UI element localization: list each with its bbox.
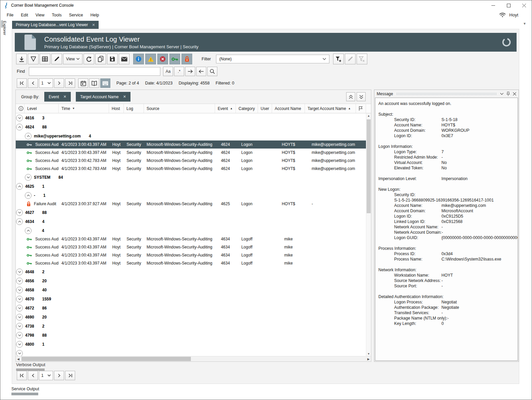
expand-group-icon[interactable] (16, 115, 23, 121)
collapse-group-icon[interactable] (16, 183, 23, 190)
expand-group-icon[interactable] (16, 269, 23, 275)
column-header-host[interactable]: Host (109, 104, 124, 113)
menu-tools[interactable]: Tools (48, 11, 65, 19)
page-select[interactable]: 1 (39, 78, 53, 88)
collapse-group-icon[interactable] (25, 133, 32, 139)
chip-remove-icon[interactable]: ✕ (63, 95, 66, 99)
expand-group-icon[interactable] (16, 314, 23, 321)
show-success-audit-toggle[interactable] (169, 54, 180, 64)
event-row[interactable]: Success Audit4/1/2023 3:00:43.397 AMHoyt… (16, 259, 366, 267)
user-label[interactable]: Hoyt (509, 12, 518, 17)
expand-group-icon[interactable] (25, 174, 32, 181)
previous-page-button[interactable] (28, 371, 38, 380)
book-view-button[interactable] (89, 78, 99, 88)
calendar-button[interactable] (78, 78, 88, 88)
column-header-level[interactable]: Level (24, 104, 59, 113)
add-filter-button[interactable] (333, 54, 344, 64)
maximize-button[interactable] (501, 0, 516, 10)
find-input[interactable] (29, 67, 160, 76)
horizontal-scrollbar[interactable]: ◀ ▶ (16, 356, 371, 361)
scroll-left-icon[interactable]: ◀ (16, 356, 21, 361)
menu-edit[interactable]: Edit (17, 11, 32, 19)
collapse-group-icon[interactable] (16, 218, 23, 225)
panel-pin-icon[interactable] (507, 92, 510, 96)
find-previous-button[interactable] (196, 67, 206, 76)
first-page-button[interactable] (17, 78, 27, 88)
column-header-account[interactable]: Account Name (272, 104, 305, 113)
regex-button[interactable]: .* (174, 67, 184, 76)
scroll-up-icon[interactable]: ▲ (366, 113, 371, 118)
event-row[interactable]: Success Audit4/1/2023 3:00:43.397 AMHoyt… (16, 140, 366, 149)
expand-group-icon[interactable] (16, 209, 23, 216)
page-select[interactable]: 1 (39, 371, 53, 380)
match-case-button[interactable]: Aa (163, 67, 173, 76)
search-button[interactable] (207, 67, 217, 76)
vertical-scroll-thumb[interactable] (367, 119, 371, 213)
filter-funnel-button[interactable] (28, 54, 39, 64)
scroll-down-icon[interactable]: ▼ (366, 351, 371, 356)
tab-event-log-viewer[interactable]: Primary Log Database...vent Log Viewer ✕ (12, 21, 99, 29)
last-page-button[interactable] (65, 371, 75, 380)
expand-all-button[interactable] (357, 92, 366, 101)
chip-remove-icon[interactable]: ✕ (123, 95, 126, 99)
panel-menu-chevron-icon[interactable] (500, 93, 503, 95)
expand-group-icon[interactable] (16, 287, 23, 293)
column-header-info[interactable] (16, 104, 24, 113)
expand-group-icon[interactable] (16, 305, 23, 311)
menu-help[interactable]: Help (87, 11, 103, 19)
minimize-button[interactable] (485, 0, 501, 10)
expand-group-icon[interactable] (16, 278, 23, 284)
show-warning-toggle[interactable] (145, 54, 156, 64)
expand-group-icon[interactable] (16, 350, 23, 356)
export-button[interactable] (16, 54, 27, 64)
horizontal-scroll-thumb[interactable] (21, 357, 191, 361)
copy-button[interactable] (95, 54, 106, 64)
expand-group-icon[interactable] (16, 296, 23, 302)
edit-filter-button[interactable] (345, 54, 356, 64)
next-page-button[interactable] (54, 371, 64, 380)
expand-group-icon[interactable] (16, 323, 23, 330)
column-header-time[interactable]: Time▼ (59, 104, 109, 113)
column-header-log[interactable]: Log (124, 104, 144, 113)
keyboard-view-button[interactable] (100, 78, 110, 88)
panel-close-icon[interactable] (513, 92, 516, 96)
collapse-all-button[interactable] (346, 92, 355, 101)
collapse-group-icon[interactable] (25, 192, 32, 199)
column-header-event[interactable]: Event▲ (215, 104, 236, 113)
expand-group-icon[interactable] (16, 341, 23, 348)
collapse-group-icon[interactable] (25, 227, 32, 234)
group-chip-event[interactable]: Event ✕ (44, 92, 71, 102)
vertical-scrollbar[interactable]: ▲ ▼ (366, 113, 371, 356)
tab-list-chevron-icon[interactable]: ▼ (523, 22, 526, 25)
filter-combobox[interactable]: (None) (216, 55, 329, 63)
event-row[interactable]: Success Audit4/1/2023 3:00:43.397 AMHoyt… (16, 243, 366, 251)
event-row[interactable]: Success Audit4/1/2023 3:00:42.783 AMHoyt… (16, 165, 366, 173)
close-button[interactable] (516, 0, 532, 10)
menu-service[interactable]: Service (65, 11, 87, 19)
tab-close-icon[interactable]: ✕ (92, 23, 95, 27)
panel-drag-handle[interactable] (396, 93, 497, 95)
event-row[interactable]: Success Audit4/1/2023 3:00:42.783 AMHoyt… (16, 157, 366, 165)
column-header-category[interactable]: Category (236, 104, 258, 113)
column-header-user[interactable]: User (258, 104, 272, 113)
column-header-source[interactable]: Source (144, 104, 215, 113)
collapse-group-icon[interactable] (16, 124, 23, 130)
last-page-button[interactable] (65, 78, 75, 88)
group-chip-target-account[interactable]: Target Account Name ✕ (76, 92, 130, 102)
event-row[interactable]: Success Audit4/1/2023 3:00:43.397 AMHoyt… (16, 235, 366, 243)
edit-pencil-button[interactable] (51, 54, 62, 64)
explorer-side-tab[interactable]: Explorer (3, 21, 7, 35)
save-button[interactable] (107, 54, 118, 64)
grid-view-button[interactable] (40, 54, 50, 64)
event-row[interactable]: Success Audit4/1/2023 3:00:43.397 AMHoyt… (16, 251, 366, 259)
show-failure-audit-toggle[interactable] (181, 54, 192, 64)
show-error-toggle[interactable] (157, 54, 168, 64)
first-page-button[interactable] (17, 371, 27, 380)
menu-file[interactable]: File (3, 11, 17, 19)
previous-page-button[interactable] (28, 78, 38, 88)
expand-group-icon[interactable] (16, 332, 23, 339)
scroll-right-icon[interactable]: ▶ (366, 356, 371, 361)
column-header-target[interactable]: Target Account Name▲ (305, 104, 356, 113)
show-information-toggle[interactable] (133, 54, 144, 64)
view-dropdown-button[interactable]: View (63, 54, 83, 64)
